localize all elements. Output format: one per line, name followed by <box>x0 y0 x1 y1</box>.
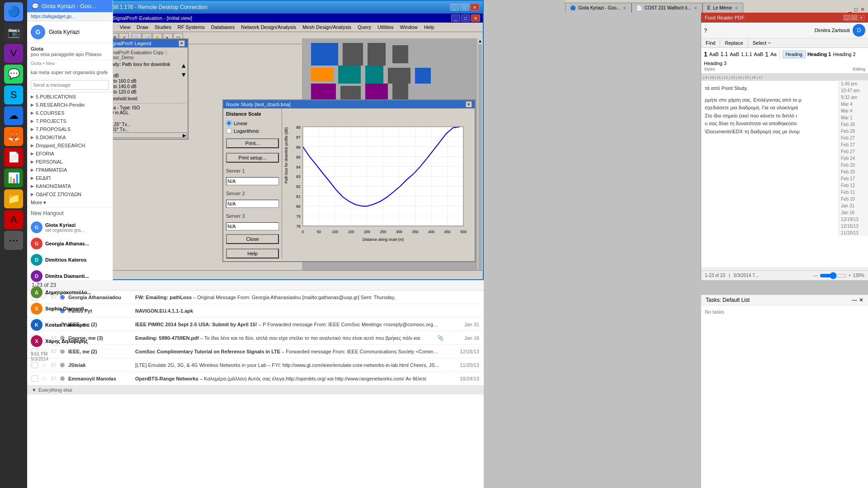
menu-databases[interactable]: Databases <box>208 23 238 31</box>
legend-scroll-up[interactable]: ▲ <box>180 62 187 69</box>
foxit-icon[interactable]: 📄 <box>4 148 23 167</box>
logarithmic-radio-label[interactable]: Logarithmic <box>226 128 279 134</box>
foxit-minimize[interactable]: _ <box>844 15 850 20</box>
map-scroll-up-btn[interactable]: ▲ <box>477 38 483 43</box>
hangouts-search-input[interactable] <box>31 80 109 90</box>
maximize-browser-btn[interactable]: □ <box>854 6 858 13</box>
folder-more[interactable]: More ▾ <box>27 198 113 207</box>
acrobat-icon[interactable]: A <box>4 210 23 229</box>
browser-tab-1[interactable]: 🔵 Giota Kyriazi - Goo... ✕ <box>565 3 632 13</box>
heading-label: Heading <box>786 52 802 57</box>
map-scrollbar-thumb-v[interactable] <box>478 44 482 273</box>
menu-utilities[interactable]: Utilities <box>375 23 396 31</box>
firefox-icon[interactable]: 🦊 <box>4 127 23 146</box>
hangouts-message-1[interactable]: Giota pou eixa paraggeile apo Plaiaso <box>27 43 113 60</box>
folder-research[interactable]: ▶5.RESEARCH-Pendin <box>27 101 113 109</box>
contact-sophia[interactable]: S Sophia Diamanti... <box>27 300 113 317</box>
contact-georgia[interactable]: G Georgia Athanas... <box>27 235 113 252</box>
folder-grammateia[interactable]: ▶ΓΡΑΜΜΑΤΕΙΑ <box>27 166 113 174</box>
folder-proposals[interactable]: ▶7.PROPOSALS <box>27 125 113 133</box>
zoom-out-icon[interactable]: — <box>813 273 818 278</box>
help-button[interactable]: Help <box>226 249 279 258</box>
skype-icon[interactable]: S <box>4 85 23 104</box>
cloud-icon[interactable]: ☁ <box>4 106 23 125</box>
contact-dimitrakop[interactable]: Δ Δημητρακοπούλο... <box>27 284 113 300</box>
menu-query[interactable]: Query <box>355 23 374 31</box>
contact-dimitrios[interactable]: D Dimitrios Kateros <box>27 252 113 268</box>
folder-eforia[interactable]: ▶EFORIA <box>27 150 113 158</box>
zoom-in-icon[interactable]: + <box>849 273 851 278</box>
browser-tab-3[interactable]: É Le Mème ✕ <box>703 3 743 13</box>
camera-icon[interactable]: 📷 <box>4 23 23 42</box>
email-star-7[interactable]: ☆ <box>42 375 47 382</box>
heading-button[interactable]: Heading <box>783 51 806 58</box>
ts-23: 11/20/13 <box>839 230 868 236</box>
email-row-7[interactable]: ☆ 🏷 Emmanoyil Manolas OpenBTS-Range Netw… <box>27 372 484 385</box>
print-setup-button[interactable]: Print setup... <box>226 153 279 163</box>
logarithmic-radio[interactable] <box>226 128 232 134</box>
menu-rf-systems[interactable]: RF Systems <box>175 23 208 31</box>
ribbon-tab-find[interactable]: Find <box>701 38 720 47</box>
menu-window[interactable]: Window <box>397 23 420 31</box>
edx-maximize-button[interactable]: □ <box>461 14 470 22</box>
more-icon[interactable]: ⋯ <box>4 231 23 250</box>
edx-close-button[interactable]: ✕ <box>471 14 480 22</box>
email-checkbox-7[interactable] <box>32 375 38 382</box>
legend-scroll-right[interactable]: ▶ <box>183 133 186 138</box>
menu-help[interactable]: Help <box>421 23 437 31</box>
rdp-close-button[interactable]: ✕ <box>470 4 479 11</box>
minimize-browser-btn[interactable]: _ <box>849 6 852 13</box>
folder-personal[interactable]: ▶PERSONAL <box>27 158 113 166</box>
tasks-minimize-btn[interactable]: — <box>852 297 857 303</box>
contact-dimitra[interactable]: D Dimitra Diamanti... <box>27 268 113 284</box>
foxit-close[interactable]: ✕ <box>858 15 864 20</box>
excel-icon[interactable]: 📊 <box>4 169 23 188</box>
folder-dropped[interactable]: ▶Dropped_RESEARCH <box>27 141 113 150</box>
menu-network-design[interactable]: Network Design/Analysis <box>238 23 299 31</box>
ribbon-tab-select[interactable]: Select ~ <box>748 38 775 47</box>
menu-mesh-design[interactable]: Mesh Design/Analysis <box>300 23 354 31</box>
edx-minimize-button[interactable]: _ <box>451 14 460 22</box>
chat-icon[interactable]: 💬 <box>4 65 23 84</box>
contact-charis[interactable]: Χ Χάρης Δηλαβέρης <box>27 333 113 349</box>
google-icon[interactable]: 🔵 <box>4 2 23 21</box>
folder-projects[interactable]: ▶7.PROJECTS <box>27 117 113 125</box>
hangouts-url[interactable]: https://talkgadget.go... <box>27 12 113 21</box>
folder-courses[interactable]: ▶6.COURSES <box>27 109 113 117</box>
hangouts-message-2[interactable]: kai meta super set organwsis grafe <box>27 67 113 78</box>
close-browser-btn[interactable]: ✕ <box>860 6 865 13</box>
close-button[interactable]: Close <box>226 234 279 244</box>
viber-icon[interactable]: V <box>4 44 23 63</box>
tab-close-1[interactable]: ✕ <box>623 6 627 10</box>
linear-radio[interactable] <box>226 120 232 126</box>
tab-close-3[interactable]: ✕ <box>735 6 738 10</box>
map-scrollbar-v[interactable]: ▲ ▼ <box>477 38 483 279</box>
tab-close-2[interactable]: ✕ <box>694 6 698 10</box>
question-mark-icon[interactable]: ? <box>704 27 707 34</box>
legend-scroll-down[interactable]: ▼ <box>180 71 187 78</box>
rdp-maximize-button[interactable]: □ <box>460 4 469 11</box>
folder-publications[interactable]: ▶5.PUBLICATIONS <box>27 93 113 101</box>
foxit-maximize[interactable]: □ <box>851 15 857 20</box>
rdp-minimize-button[interactable]: _ <box>450 4 459 11</box>
zoom-slider[interactable] <box>820 272 847 279</box>
folder-dioikitika[interactable]: ▶8.DIOIKITIKA <box>27 133 113 141</box>
folder-eedip[interactable]: ▶ΕΕΔΙΠ <box>27 174 113 182</box>
menu-draw[interactable]: Draw <box>134 23 151 31</box>
contact-kostas[interactable]: K Kostas Yiannopo... <box>27 317 113 333</box>
folder-kanonismata[interactable]: ▶ΚΑΝΟΝΙΣΜΑΤΑ <box>27 182 113 190</box>
browser-tab-2[interactable]: 📄 COST 231 Walfisch li... ✕ <box>632 3 703 13</box>
folder-icon[interactable]: 📁 <box>4 189 23 208</box>
hangouts-search-area <box>27 78 113 92</box>
folder-odigos[interactable]: ▶ΟΔΗΓΟΣ ΣΠΟΥΔΩΝ <box>27 190 113 198</box>
contact-giota[interactable]: G Giota Kyriazi set organwsis gra... <box>27 219 113 235</box>
ribbon-tab-replace[interactable]: Replace <box>720 38 748 47</box>
route-dialog-close-button[interactable]: ✕ <box>466 101 472 108</box>
menu-studies[interactable]: Studies <box>152 23 174 31</box>
print-button[interactable]: Print... <box>226 138 279 148</box>
legend-close-button[interactable]: ✕ <box>179 40 185 47</box>
linear-radio-label[interactable]: Linear <box>226 120 279 126</box>
email-dot-7 <box>60 376 65 381</box>
tasks-close-btn[interactable]: ✕ <box>859 297 863 303</box>
menu-view[interactable]: View <box>117 23 133 31</box>
